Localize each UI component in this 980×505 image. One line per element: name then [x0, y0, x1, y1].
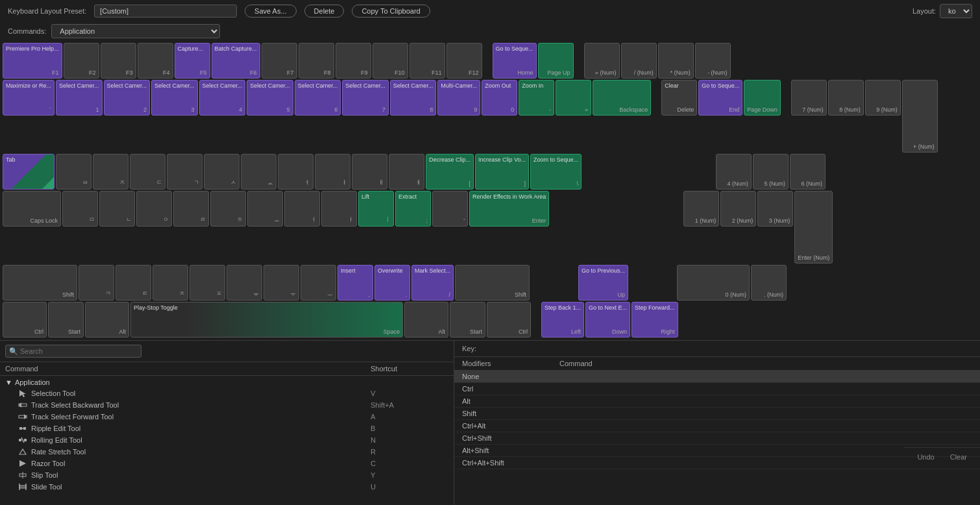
key-f3[interactable]: F3 [101, 43, 136, 79]
undo-button[interactable]: Undo [912, 450, 939, 463]
save-as-button[interactable]: Save As... [245, 5, 297, 18]
key-ctrl-left[interactable]: Ctrl [3, 302, 47, 338]
cmd-track-select-backward[interactable]: Track Select Backward Tool Shift+A [5, 399, 448, 411]
key-num-minus[interactable]: - (Num) [695, 43, 731, 79]
key-f6[interactable]: Batch Capture...F6 [212, 43, 260, 79]
key-f[interactable]: ㄹ [173, 191, 209, 227]
key-minus[interactable]: Zoom In- [519, 80, 554, 116]
cmd-rolling-edit[interactable]: Rolling Edit Tool N [5, 434, 448, 446]
key-6[interactable]: Select Camer...6 [295, 80, 341, 116]
key-f4[interactable]: F4 [138, 43, 173, 79]
key-shift-right[interactable]: Shift [455, 265, 530, 301]
key-start-right[interactable]: Start [450, 302, 485, 338]
key-backslash[interactable]: Zoom to Seque...\ [530, 154, 582, 190]
key-num0[interactable]: 0 (Num) [677, 265, 750, 301]
key-a[interactable]: ㅁ [62, 191, 98, 227]
key-semi[interactable]: Extract; [395, 191, 431, 227]
cmd-rate-stretch[interactable]: Rate Stretch Tool R [5, 446, 448, 458]
key-7[interactable]: Select Camer...7 [342, 80, 389, 116]
key-tab[interactable]: Tab [3, 154, 55, 190]
key-num5[interactable]: 5 (Num) [753, 154, 789, 190]
key-z[interactable]: ㅋ [79, 265, 114, 301]
cmd-slide[interactable]: Slide Tool U [5, 481, 448, 493]
key-num-star[interactable]: * (Num) [658, 43, 694, 79]
key-i[interactable]: ㅑ [315, 154, 350, 190]
key-f8[interactable]: F8 [299, 43, 334, 79]
key-num-dot[interactable]: . (Num) [751, 265, 787, 301]
key-num8[interactable]: 8 (Num) [828, 80, 864, 116]
key-left[interactable]: Step Back 1...Left [541, 302, 584, 338]
key-f9[interactable]: F9 [336, 43, 371, 79]
key-num1[interactable]: 1 (Num) [683, 191, 719, 227]
key-pageup[interactable]: Page Up [538, 43, 574, 79]
delete-button[interactable]: Delete [304, 5, 345, 18]
key-end[interactable]: Go to Seque...End [698, 80, 742, 116]
key-down[interactable]: Go to Next E...Down [585, 302, 630, 338]
mod-ctrlalt[interactable]: Ctrl+Alt [454, 420, 980, 432]
key-num-plus[interactable]: + (Num) [902, 80, 938, 153]
key-right[interactable]: Step Forward...Right [631, 302, 678, 338]
key-enter[interactable]: Render Effects in Work AreaEnter [469, 191, 549, 227]
key-num9[interactable]: 9 (Num) [865, 80, 901, 116]
key-k[interactable]: ㅏ [321, 191, 357, 227]
key-num7[interactable]: 7 (Num) [791, 80, 827, 116]
cmd-ripple-edit[interactable]: Ripple Edit Tool B [5, 423, 448, 434]
cmd-selection-tool[interactable]: Selection Tool V [5, 388, 448, 399]
key-w[interactable]: ㅈ [93, 154, 129, 190]
search-input[interactable] [5, 345, 141, 358]
key-e[interactable]: ㄷ [130, 154, 165, 190]
key-up[interactable]: Go to Previous...Up [578, 265, 628, 301]
mod-ctrlaltshift[interactable]: Ctrl+Alt+Shift [454, 457, 980, 469]
key-num-eq[interactable]: = (Num) [584, 43, 620, 79]
key-h[interactable]: ㅗ [247, 191, 283, 227]
key-1[interactable]: Select Camer...1 [56, 80, 103, 116]
key-comma[interactable]: Insert, [337, 265, 373, 301]
key-8[interactable]: Select Camer...8 [390, 80, 437, 116]
key-home[interactable]: Go to Seque...Home [493, 43, 537, 79]
mod-ctrlshift[interactable]: Ctrl+Shift [454, 432, 980, 445]
mod-ctrl[interactable]: Ctrl [454, 383, 980, 395]
mod-none[interactable]: None [454, 371, 980, 383]
key-num2[interactable]: 2 (Num) [720, 191, 756, 227]
key-r[interactable]: ㄱ [167, 154, 202, 190]
key-f1[interactable]: Premiere Pro Help... F1 [3, 43, 62, 79]
mod-altshift[interactable]: Alt+Shift [454, 445, 980, 457]
command-group-header[interactable]: ▼ Application [5, 377, 448, 388]
layout-dropdown[interactable]: ko [940, 4, 972, 18]
key-o[interactable]: ㅐ [352, 154, 387, 190]
key-x[interactable]: ㅌ [116, 265, 151, 301]
key-u[interactable]: ㅕ [278, 154, 313, 190]
key-shift-left[interactable]: Shift [3, 265, 77, 301]
mod-alt[interactable]: Alt [454, 395, 980, 408]
key-d[interactable]: ㅇ [136, 191, 172, 227]
key-f11[interactable]: F11 [410, 43, 445, 79]
key-num4[interactable]: 4 (Num) [716, 154, 752, 190]
key-3[interactable]: Select Camer...3 [151, 80, 198, 116]
key-f7[interactable]: F7 [262, 43, 297, 79]
key-num6[interactable]: 6 (Num) [790, 154, 826, 190]
key-bracketl[interactable]: Decrease Clip...[ [426, 154, 474, 190]
key-2[interactable]: Select Camer...2 [104, 80, 151, 116]
key-clear[interactable]: Clear Delete [661, 80, 697, 116]
key-f5[interactable]: Capture...F5 [175, 43, 210, 79]
key-num-enter[interactable]: Enter (Num) [794, 191, 833, 264]
key-m[interactable]: ㅡ [300, 265, 336, 301]
key-p[interactable]: ㅔ [389, 154, 424, 190]
key-9[interactable]: Multi-Camer...9 [437, 80, 480, 116]
key-pagedown[interactable]: Page Down [744, 80, 781, 116]
mod-shift[interactable]: Shift [454, 408, 980, 420]
key-num3[interactable]: 3 (Num) [757, 191, 793, 227]
key-f10[interactable]: F10 [373, 43, 408, 79]
key-y[interactable]: ㅛ [241, 154, 276, 190]
key-f12[interactable]: F12 [447, 43, 482, 79]
key-c[interactable]: ㅊ [153, 265, 188, 301]
key-5[interactable]: Select Camer...5 [247, 80, 293, 116]
key-0[interactable]: Zoom Out0 [482, 80, 517, 116]
clear-button[interactable]: Clear [945, 450, 972, 463]
key-s[interactable]: ㄴ [99, 191, 135, 227]
key-f2[interactable]: F2 [64, 43, 99, 79]
key-backtick[interactable]: Maximize or Re...` [3, 80, 55, 116]
key-space[interactable]: Play-Stop Toggle Space [130, 302, 403, 338]
commands-dropdown[interactable]: Application [51, 24, 220, 38]
key-caps[interactable]: Caps Lock [3, 191, 61, 227]
